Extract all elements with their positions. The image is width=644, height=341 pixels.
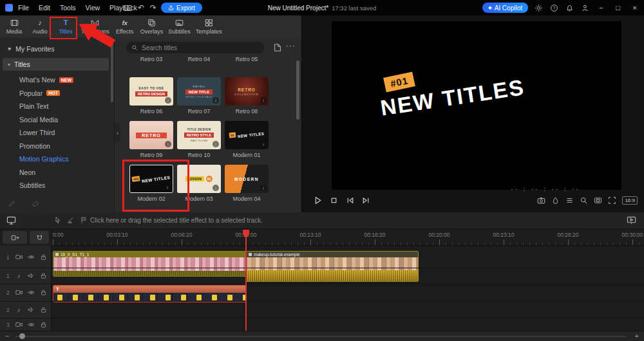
sidebar-item-popular[interactable]: PopularHOT [0, 87, 114, 100]
help-icon[interactable]: ? [549, 3, 559, 13]
lock-icon[interactable] [39, 321, 47, 329]
maximize-button[interactable]: □ [612, 4, 623, 12]
close-button[interactable]: × [629, 4, 640, 12]
download-icon[interactable]: ↓ [260, 185, 267, 191]
sidebar-item-my-favorites[interactable]: ♥ My Favorites [0, 42, 54, 55]
sidebar-item-promotion[interactable]: Promotion [0, 140, 114, 153]
settings-gear-icon[interactable] [534, 3, 544, 13]
sidebar-item-social-media[interactable]: Social Media [0, 113, 114, 127]
fullscreen-icon[interactable] [608, 196, 616, 205]
speaker-icon[interactable] [27, 272, 35, 280]
undo-icon[interactable]: ↶ [138, 4, 144, 12]
eye-icon[interactable] [27, 321, 35, 329]
speaker-icon[interactable] [27, 306, 35, 314]
zoom-in-button[interactable]: + [635, 332, 639, 340]
tab-titles[interactable]: TTitles [53, 15, 79, 37]
sidebar-group-titles[interactable]: ▾ Titles [3, 58, 109, 71]
title-item-retro-09[interactable]: RETRO↓ [129, 121, 173, 149]
zoom-icon[interactable] [580, 196, 588, 205]
zoom-out-button[interactable]: − [5, 332, 9, 340]
aspect-ratio-button[interactable]: 16:9 [622, 196, 638, 205]
media-monitor-icon[interactable] [6, 216, 16, 225]
redo-icon[interactable]: ↷ [150, 4, 156, 12]
menu-file[interactable]: File [18, 4, 29, 12]
sidebar-item-lower-third[interactable]: Lower Third [0, 126, 114, 140]
snapshot-camera-icon[interactable] [537, 196, 545, 205]
render-preview-icon[interactable] [627, 216, 636, 225]
tab-media[interactable]: Media [1, 15, 27, 37]
next-frame-button[interactable] [362, 196, 370, 205]
title-item-modern-02[interactable]: #01NEW TITLES↓ [129, 165, 173, 193]
title-item-retro-08[interactable]: RETROCOLLECTION↓ [225, 77, 269, 106]
playhead[interactable] [245, 230, 247, 331]
snap-magnet-button[interactable] [30, 231, 49, 244]
marker-flag-icon[interactable] [80, 216, 88, 224]
eraser-icon[interactable] [32, 199, 40, 208]
render-list-icon[interactable] [565, 196, 574, 205]
download-icon[interactable]: ↓ [260, 97, 267, 104]
minimize-button[interactable]: − [596, 4, 607, 12]
sidebar-item-motion-graphics[interactable]: Motion Graphics [0, 152, 114, 166]
account-icon[interactable] [580, 3, 590, 13]
menu-edit[interactable]: Edit [39, 4, 50, 12]
color-droplet-icon[interactable] [551, 196, 560, 205]
sidebar-item-neon[interactable]: Neon [0, 166, 114, 180]
library-scrollbar[interactable] [296, 60, 299, 120]
export-button[interactable]: Export [161, 3, 202, 13]
tab-overlays[interactable]: Overlays [138, 15, 166, 37]
notifications-bell-icon[interactable] [565, 3, 574, 13]
preview-video[interactable]: #01 NEW TITLES [332, 21, 621, 190]
lock-icon[interactable] [39, 289, 47, 297]
download-icon[interactable]: ↓ [213, 141, 219, 147]
sidebar-item-what-s-new[interactable]: What's NewNEW [0, 73, 114, 87]
tab-subtitles[interactable]: Subtitles [166, 15, 193, 37]
layout-icon[interactable] [124, 4, 132, 12]
tab-transitions[interactable]: Transitions [79, 15, 112, 37]
fit-screen-icon[interactable] [594, 196, 602, 205]
download-icon[interactable]: ↓ [213, 185, 219, 191]
import-title-icon[interactable] [273, 43, 282, 52]
lock-icon[interactable] [39, 306, 47, 314]
razor-tool-icon[interactable] [67, 216, 75, 224]
collapse-panel-icon[interactable]: ‹ [115, 123, 120, 142]
auto-ripple-button[interactable] [3, 231, 27, 244]
previous-frame-button[interactable] [346, 196, 354, 205]
menu-view[interactable]: View [86, 4, 100, 12]
sidebar-item-plain-text[interactable]: Plain Text [0, 100, 114, 113]
title-item-modern-03[interactable]: LESSON01↓ [177, 165, 221, 193]
clip-title-new-titles[interactable]: T [53, 285, 246, 302]
more-options-icon[interactable]: ··· [286, 41, 296, 50]
timeline-ruler[interactable]: 0:0000:03:1000:06:2000:10:0000:13:1000:1… [52, 229, 644, 246]
title-item-retro-07[interactable]: RETRONEW TITLERETRO TITLE PACK↓ [177, 77, 221, 106]
title-item-retro-10[interactable]: TITLE DESIGNRETRO STYLEEASY TO USE↓ [177, 121, 221, 149]
play-button[interactable] [314, 196, 322, 205]
clip-16-9-s1-t1-1[interactable]: 16_9_S1_T1_1 [53, 251, 246, 277]
title-item-modern-04[interactable]: MODERN↓ [225, 165, 269, 193]
sidebar-item-subtitles[interactable]: Subtitles [0, 179, 114, 192]
lock-icon[interactable] [39, 272, 47, 280]
sidebar-scrollbar[interactable] [111, 41, 113, 102]
title-item-modern-01[interactable]: 01NEW TITLES↓ [225, 121, 269, 149]
clip-makeup-tutorial-example[interactable]: makeup-tutorial-example [246, 251, 419, 282]
pencil-icon[interactable] [8, 199, 16, 208]
title-item-retro-06[interactable]: EASY TO USERETRO DESIGN↓ [129, 77, 173, 106]
stop-button[interactable] [330, 196, 338, 205]
download-icon[interactable]: ↓ [165, 97, 171, 104]
lock-icon[interactable] [39, 253, 47, 261]
menu-tools[interactable]: Tools [60, 4, 76, 12]
track-separator-3 [0, 318, 644, 318]
ai-copilot-button[interactable]: ◆ AI Copilot [482, 3, 528, 13]
pointer-tool-icon[interactable] [54, 216, 62, 224]
zoom-slider-track[interactable] [15, 336, 626, 337]
download-icon[interactable]: ↓ [164, 184, 171, 190]
zoom-slider-handle[interactable] [19, 333, 25, 339]
tab-audio[interactable]: ♪Audio [27, 15, 53, 37]
download-icon[interactable]: ↓ [213, 97, 219, 104]
tab-effects[interactable]: fxEffects [112, 15, 138, 37]
tab-templates[interactable]: Templates [193, 15, 225, 37]
search-input[interactable]: Search titles [126, 42, 264, 53]
eye-icon[interactable] [27, 289, 35, 297]
download-icon[interactable]: ↓ [260, 141, 267, 147]
eye-icon[interactable] [27, 253, 35, 261]
download-icon[interactable]: ↓ [165, 141, 171, 147]
